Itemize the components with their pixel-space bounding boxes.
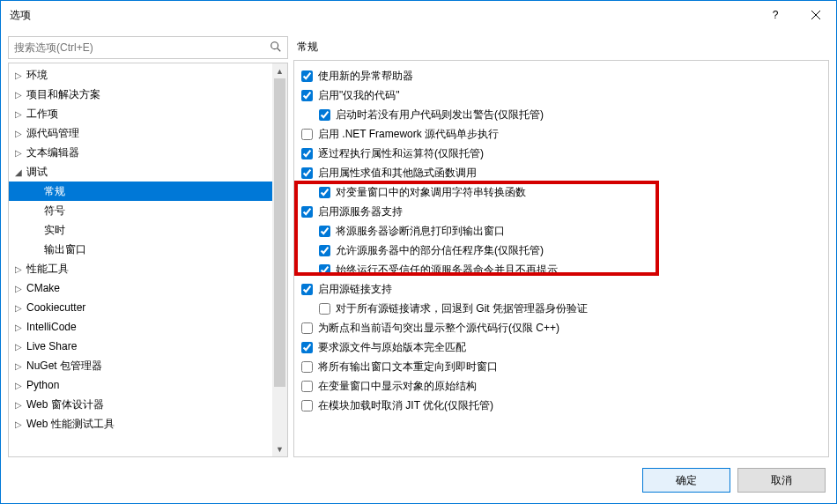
- window-title: 选项: [10, 8, 755, 23]
- chevron-right-icon[interactable]: ▷: [12, 148, 25, 158]
- option-row: 允许源服务器中的部分信任程序集(仅限托管): [298, 241, 825, 260]
- option-label: 启用"仅我的代码": [318, 88, 400, 103]
- option-checkbox[interactable]: [301, 400, 313, 411]
- option-checkbox[interactable]: [301, 167, 313, 179]
- option-checkbox[interactable]: [301, 206, 313, 218]
- option-checkbox[interactable]: [319, 109, 330, 121]
- option-row: 启用 .NET Framework 源代码单步执行: [298, 124, 825, 144]
- category-tree[interactable]: ▷环境▷项目和解决方案▷工作项▷源代码管理▷文本编辑器◢调试常规符号实时输出窗口…: [8, 63, 288, 457]
- tree-item[interactable]: ◢调试: [9, 162, 287, 182]
- tree-item-label: Live Share: [25, 340, 77, 352]
- option-label: 启用源服务器支持: [318, 204, 403, 219]
- close-icon: [811, 11, 820, 19]
- option-checkbox[interactable]: [301, 381, 313, 392]
- tree-item[interactable]: ▷文本编辑器: [9, 143, 287, 162]
- tree-item[interactable]: 输出窗口: [9, 240, 287, 259]
- tree-item-label: 实时: [42, 223, 65, 238]
- search-input[interactable]: [9, 41, 287, 54]
- option-label: 要求源文件与原始版本完全匹配: [318, 340, 466, 355]
- option-checkbox[interactable]: [301, 129, 313, 140]
- chevron-right-icon[interactable]: ▷: [12, 129, 25, 138]
- scroll-down-icon[interactable]: ▼: [272, 441, 287, 456]
- chevron-right-icon[interactable]: ▷: [12, 264, 25, 274]
- option-row: 使用新的异常帮助器: [298, 66, 825, 85]
- chevron-right-icon[interactable]: ▷: [12, 361, 25, 371]
- tree-item[interactable]: ▷性能工具: [9, 259, 287, 278]
- tree-item[interactable]: ▷环境: [9, 65, 287, 85]
- option-checkbox[interactable]: [301, 70, 313, 82]
- option-row: 启用源服务器支持: [298, 202, 825, 221]
- tree-item[interactable]: ▷IntelliCode: [9, 317, 287, 337]
- chevron-right-icon[interactable]: ▷: [12, 342, 25, 352]
- tree-item-label: 环境: [25, 68, 48, 83]
- option-checkbox[interactable]: [319, 303, 330, 315]
- chevron-right-icon[interactable]: ▷: [12, 381, 25, 390]
- chevron-right-icon[interactable]: ▷: [12, 400, 25, 410]
- tree-item[interactable]: ▷Cookiecutter: [9, 298, 287, 317]
- option-checkbox[interactable]: [301, 342, 313, 353]
- cancel-button[interactable]: 取消: [737, 468, 826, 493]
- tree-item[interactable]: ▷Web 性能测试工具: [9, 414, 287, 434]
- option-checkbox[interactable]: [319, 226, 330, 237]
- option-row: 对于所有源链接请求，回退到 Git 凭据管理器身份验证: [298, 299, 825, 318]
- tree-scrollbar[interactable]: ▲▼: [272, 63, 287, 456]
- tree-item[interactable]: ▷NuGet 包管理器: [9, 356, 287, 375]
- option-label: 对于所有源链接请求，回退到 Git 凭据管理器身份验证: [336, 301, 588, 316]
- option-checkbox[interactable]: [319, 245, 330, 256]
- chevron-right-icon[interactable]: ▷: [12, 322, 25, 332]
- option-checkbox[interactable]: [319, 264, 330, 276]
- chevron-right-icon[interactable]: ▷: [12, 303, 25, 313]
- tree-item[interactable]: ▷Live Share: [9, 337, 287, 356]
- option-checkbox[interactable]: [319, 187, 330, 198]
- search-field[interactable]: [8, 36, 288, 59]
- tree-item-label: 工作项: [25, 107, 58, 122]
- tree-item[interactable]: 实时: [9, 220, 287, 240]
- option-label: 始终运行不受信任的源服务器命令并且不再提示: [336, 263, 558, 278]
- tree-item[interactable]: 常规: [9, 182, 287, 201]
- option-label: 允许源服务器中的部分信任程序集(仅限托管): [336, 243, 544, 258]
- tree-item[interactable]: ▷工作项: [9, 104, 287, 123]
- option-checkbox[interactable]: [301, 322, 313, 334]
- help-button[interactable]: ?: [755, 1, 796, 29]
- tree-item[interactable]: ▷Web 窗体设计器: [9, 395, 287, 414]
- option-label: 启动时若没有用户代码则发出警告(仅限托管): [336, 107, 544, 122]
- option-checkbox[interactable]: [301, 284, 313, 295]
- panel-title: 常规: [293, 36, 829, 60]
- titlebar: 选项 ?: [1, 1, 836, 29]
- svg-line-1: [278, 48, 281, 52]
- chevron-right-icon[interactable]: ▷: [12, 109, 25, 119]
- close-button[interactable]: [796, 1, 836, 29]
- dialog-body: ▷环境▷项目和解决方案▷工作项▷源代码管理▷文本编辑器◢调试常规符号实时输出窗口…: [1, 29, 836, 457]
- chevron-down-icon[interactable]: ◢: [12, 167, 25, 177]
- option-label: 逐过程执行属性和运算符(仅限托管): [318, 146, 484, 161]
- scroll-up-icon[interactable]: ▲: [272, 63, 287, 78]
- scroll-thumb[interactable]: [274, 78, 285, 387]
- option-row: 将源服务器诊断消息打印到输出窗口: [298, 221, 825, 241]
- option-row: 始终运行不受信任的源服务器命令并且不再提示: [298, 260, 825, 279]
- scroll-track[interactable]: [272, 78, 287, 441]
- option-checkbox[interactable]: [301, 361, 313, 373]
- chevron-right-icon[interactable]: ▷: [12, 90, 25, 100]
- option-checkbox[interactable]: [301, 148, 313, 159]
- chevron-right-icon[interactable]: ▷: [12, 284, 25, 293]
- option-label: 在变量窗口中显示对象的原始结构: [318, 379, 477, 394]
- option-label: 对变量窗口中的对象调用字符串转换函数: [336, 185, 526, 200]
- option-row: 启用"仅我的代码": [298, 85, 825, 105]
- tree-item-label: NuGet 包管理器: [25, 359, 102, 374]
- ok-button[interactable]: 确定: [642, 468, 730, 493]
- svg-point-0: [271, 42, 278, 49]
- option-row: 为断点和当前语句突出显示整个源代码行(仅限 C++): [298, 318, 825, 337]
- tree-item[interactable]: ▷CMake: [9, 278, 287, 298]
- tree-item-label: 输出窗口: [42, 242, 86, 257]
- tree-item[interactable]: ▷项目和解决方案: [9, 85, 287, 104]
- option-row: 启动时若没有用户代码则发出警告(仅限托管): [298, 105, 825, 124]
- chevron-right-icon[interactable]: ▷: [12, 70, 25, 80]
- chevron-right-icon[interactable]: ▷: [12, 419, 25, 429]
- dialog-footer: 确定 取消: [1, 457, 836, 503]
- tree-item[interactable]: ▷Python: [9, 375, 287, 395]
- option-checkbox[interactable]: [301, 90, 313, 101]
- option-label: 在模块加载时取消 JIT 优化(仅限托管): [318, 398, 493, 413]
- right-panel: 常规 使用新的异常帮助器启用"仅我的代码"启动时若没有用户代码则发出警告(仅限托…: [293, 36, 829, 457]
- tree-item[interactable]: 符号: [9, 201, 287, 220]
- tree-item[interactable]: ▷源代码管理: [9, 123, 287, 143]
